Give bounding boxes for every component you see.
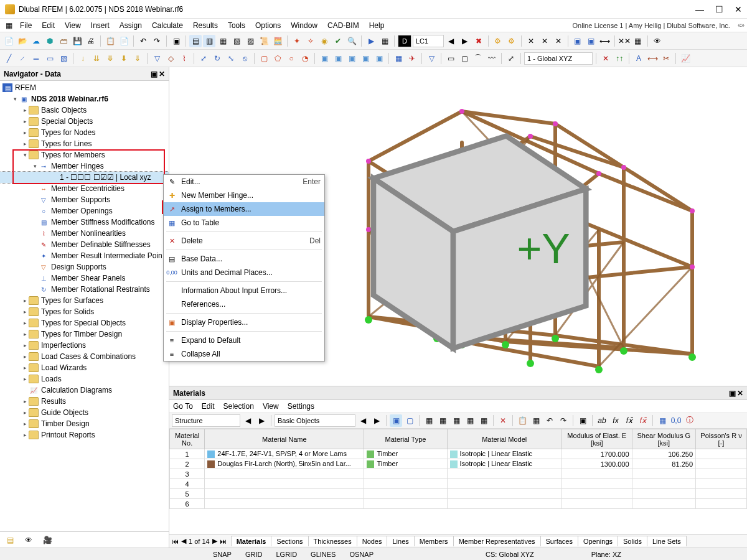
ctx-go-table[interactable]: ▦Go to Table bbox=[164, 216, 324, 230]
select-poly-icon[interactable]: ⬠ bbox=[271, 52, 284, 65]
workplane-combo[interactable]: 1 - Global XYZ bbox=[524, 52, 593, 65]
copy-icon[interactable]: 📋 bbox=[104, 35, 116, 47]
mat-tool-3[interactable]: ▦ bbox=[450, 414, 463, 427]
mat-combo-structure[interactable]: Structure bbox=[172, 414, 240, 427]
loadcase-combo[interactable]: LC1 bbox=[413, 35, 444, 47]
mat-fxx-icon[interactable]: fx̄ bbox=[637, 414, 649, 427]
redo-icon[interactable]: ↷ bbox=[151, 35, 163, 47]
nav-results[interactable]: ▸Results bbox=[0, 396, 169, 407]
dim-line-icon[interactable]: ⟷ bbox=[646, 52, 659, 65]
cube-2-icon[interactable]: ▣ bbox=[332, 52, 344, 65]
mat-next-1[interactable]: ▶ bbox=[255, 414, 268, 427]
table-row[interactable]: 3 bbox=[170, 469, 747, 479]
menu-window[interactable]: Window bbox=[286, 20, 322, 31]
sb-snap[interactable]: SNAP bbox=[209, 551, 235, 558]
table-row[interactable]: 5 bbox=[170, 489, 747, 499]
mat-combo-basic[interactable]: Basic Objects bbox=[275, 414, 355, 427]
sect-icon[interactable]: ▢ bbox=[458, 52, 471, 65]
undo-icon[interactable]: ↶ bbox=[137, 35, 149, 47]
menu-overflow-icon[interactable]: «» bbox=[738, 22, 745, 29]
mat-undo-icon[interactable]: ↶ bbox=[543, 414, 556, 427]
solid-icon[interactable]: ▧ bbox=[57, 52, 70, 65]
ctx-edit[interactable]: ✎Edit...Enter bbox=[164, 175, 324, 189]
panel-1-icon[interactable]: ▤ bbox=[189, 35, 202, 47]
mat-tool-5[interactable]: ▦ bbox=[477, 414, 490, 427]
menu-cadbim[interactable]: CAD-BIM bbox=[322, 20, 364, 31]
clip-icon[interactable]: ▭ bbox=[444, 52, 457, 65]
load-2-icon[interactable]: ⇊ bbox=[90, 52, 103, 65]
save-all-icon[interactable]: 🗃 bbox=[57, 35, 70, 47]
load-1-icon[interactable]: ↓ bbox=[77, 52, 89, 65]
mat-fx-icon[interactable]: fx bbox=[609, 414, 622, 427]
col-type[interactable]: Material Type bbox=[364, 429, 447, 449]
nav-project[interactable]: ▾▣NDS 2018 Webinar.rf6 bbox=[0, 93, 169, 105]
select-circ-icon[interactable]: ○ bbox=[285, 52, 298, 65]
show-xx-icon[interactable]: ✕✕ bbox=[618, 35, 631, 47]
ctx-display-props[interactable]: ▣Display Properties... bbox=[164, 315, 324, 329]
mat-tab-members[interactable]: Members bbox=[414, 536, 454, 546]
3d-icon-2[interactable]: ▣ bbox=[585, 35, 598, 47]
cascade-icon[interactable]: ▣ bbox=[170, 35, 182, 47]
menu-options[interactable]: Options bbox=[250, 20, 286, 31]
nav-printout-reports[interactable]: ▸Printout Reports bbox=[0, 429, 169, 441]
table-row[interactable]: 2 Douglas Fir-Larch (North), 5inx5in and… bbox=[170, 459, 747, 469]
ctx-collapse[interactable]: ≡Collapse All bbox=[164, 347, 324, 361]
nav-member-result-int[interactable]: ✦Member Result Intermediate Poin bbox=[0, 250, 169, 261]
next-lc-icon[interactable]: ▶ bbox=[459, 35, 471, 47]
load-5-icon[interactable]: ⇓ bbox=[131, 52, 144, 65]
maximize-button[interactable]: ☐ bbox=[715, 4, 723, 14]
pager-last[interactable]: ⏭ bbox=[220, 538, 227, 545]
mat-tab-solids[interactable]: Solids bbox=[618, 536, 647, 546]
menu-results[interactable]: Results bbox=[188, 20, 223, 31]
minimize-button[interactable]: — bbox=[695, 4, 704, 14]
select-icon[interactable]: ✧ bbox=[304, 35, 317, 47]
expand-icon[interactable]: ⤢ bbox=[505, 52, 517, 65]
lc-cross-icon[interactable]: ✖ bbox=[472, 35, 485, 47]
mat-next-2[interactable]: ▶ bbox=[370, 414, 383, 427]
nav-views-tab-icon[interactable]: 🎥 bbox=[41, 534, 54, 546]
section-icon[interactable]: ✂ bbox=[660, 52, 672, 65]
mat-filter-icon[interactable]: ▣ bbox=[576, 414, 589, 427]
menu-tools[interactable]: Tools bbox=[223, 20, 250, 31]
3d-icon-1[interactable]: ▣ bbox=[571, 35, 584, 47]
nav-rot-restraints[interactable]: ↻Member Rotational Restraints bbox=[0, 284, 169, 295]
sb-grid[interactable]: GRID bbox=[242, 551, 266, 558]
pager-prev[interactable]: ◀ bbox=[181, 537, 186, 545]
pager-first[interactable]: ⏮ bbox=[172, 538, 179, 545]
mat-tab-member-representatives[interactable]: Member Representatives bbox=[453, 536, 541, 546]
spring-icon[interactable]: ⌇ bbox=[178, 52, 190, 65]
select-box-icon[interactable]: ▢ bbox=[258, 52, 270, 65]
ctx-expand[interactable]: ≡Expand to Default bbox=[164, 334, 324, 347]
mat-copy-icon[interactable]: 📋 bbox=[516, 414, 529, 427]
mat-menu-goto[interactable]: Go To bbox=[173, 402, 193, 411]
x-filter-icon[interactable]: ✕ bbox=[525, 35, 537, 47]
nav-load-wizards[interactable]: ▸Load Wizards bbox=[0, 362, 169, 373]
surface-icon[interactable]: ▭ bbox=[44, 52, 56, 65]
mat-tool-2[interactable]: ▦ bbox=[436, 414, 449, 427]
materials-table[interactable]: Material No. Material Name Material Type… bbox=[169, 429, 747, 509]
panel-2-icon[interactable]: ▥ bbox=[203, 35, 215, 47]
mat-info-icon[interactable]: ⓘ bbox=[684, 414, 696, 427]
dim-icon[interactable]: ⟷ bbox=[599, 35, 611, 47]
nav-root[interactable]: ▤RFEM bbox=[0, 82, 169, 93]
menu-view[interactable]: View bbox=[60, 20, 86, 31]
polyline-icon[interactable]: ⟋ bbox=[16, 52, 29, 65]
mat-prev-2[interactable]: ◀ bbox=[357, 414, 369, 427]
col-name[interactable]: Material Name bbox=[205, 429, 364, 449]
results-icon[interactable]: ▶ bbox=[365, 35, 377, 47]
ctx-delete[interactable]: ✕DeleteDel bbox=[164, 234, 324, 248]
pager-next[interactable]: ▶ bbox=[212, 537, 217, 545]
menu-assign[interactable]: Assign bbox=[115, 20, 147, 31]
nav-member-def-stiff[interactable]: ✎Member Definable Stiffnesses bbox=[0, 239, 169, 250]
open-icon[interactable]: 📂 bbox=[16, 35, 29, 47]
mat-redo-icon[interactable]: ↷ bbox=[557, 414, 570, 427]
fly-icon[interactable]: ✈ bbox=[406, 52, 418, 65]
nav-design-supports[interactable]: ▽Design Supports bbox=[0, 261, 169, 273]
nav-special-objects[interactable]: ▸Special Objects bbox=[0, 116, 169, 127]
mat-prev-1[interactable]: ◀ bbox=[242, 414, 254, 427]
nav-member-eccentricities[interactable]: ↔Member Eccentricities bbox=[0, 183, 169, 194]
nav-types-solids[interactable]: ▸Types for Solids bbox=[0, 306, 169, 317]
graph-icon[interactable]: 📈 bbox=[679, 52, 692, 65]
app-menu-icon[interactable]: ▦ bbox=[2, 19, 15, 32]
axis-up-icon[interactable]: ↑↑ bbox=[613, 52, 626, 65]
